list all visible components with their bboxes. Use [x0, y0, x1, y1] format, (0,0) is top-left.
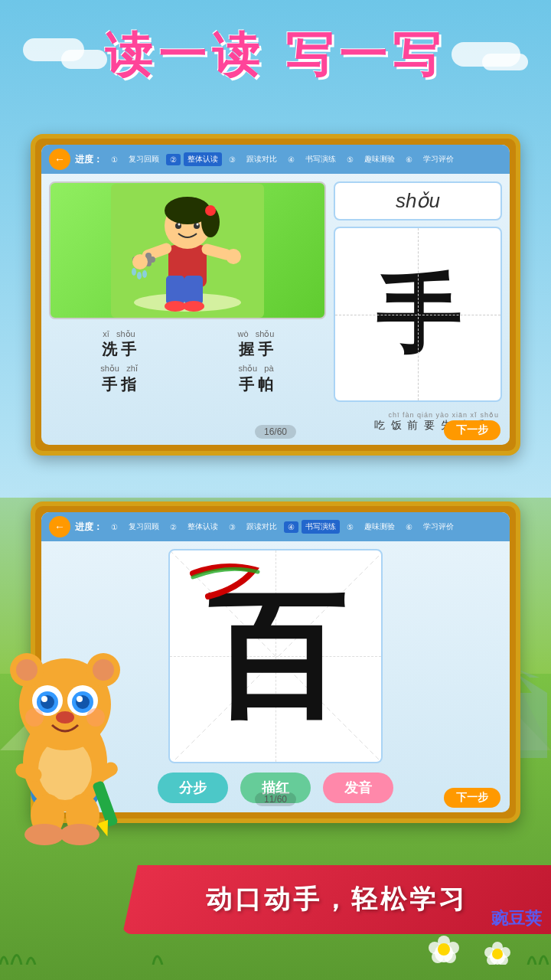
progress-bar-1: ← 进度： ① 复习回顾 ② 整体认读 ③ 跟读对比 ④ 书写演练 ⑤ 趣味测验…	[41, 145, 510, 174]
step-2-3[interactable]: ③	[225, 521, 240, 533]
character-box-1: 手	[334, 227, 502, 402]
step-label-1-5: 趣味测验	[360, 152, 399, 166]
bear-mascot	[0, 632, 153, 846]
steps-button[interactable]: 分步	[158, 773, 228, 803]
step-label-2-2: 整体认读	[184, 520, 222, 534]
step-label-1-1: 复习回顾	[125, 152, 163, 166]
banner-text: 动口动手，轻松学习	[206, 882, 468, 917]
character-image-1	[49, 181, 326, 319]
back-button-1[interactable]: ←	[49, 149, 70, 170]
step-1-6[interactable]: ⑥	[402, 154, 416, 165]
svg-point-38	[93, 659, 114, 681]
word-1: xī shǒu 洗 手	[52, 328, 186, 360]
word-1-text: 洗 手	[52, 339, 186, 360]
svg-point-25	[137, 272, 142, 279]
card-panel-1: ← 进度： ① 复习回顾 ② 整体认读 ③ 跟读对比 ④ 书写演练 ⑤ 趣味测验…	[31, 134, 520, 456]
watermark-text: 豌豆荚	[491, 909, 542, 928]
step-2-5[interactable]: ⑤	[343, 521, 357, 533]
left-section-1: xī shǒu 洗 手 wò shǒu 握 手 shǒu zhǐ 手 指 shǒ…	[49, 181, 326, 436]
svg-point-24	[132, 268, 136, 276]
svg-point-28	[226, 249, 241, 264]
progress-steps-2: ① 复习回顾 ② 整体认读 ③ 跟读对比 ④ 书写演练 ⑤ 趣味测验 ⑥ 学习评…	[107, 520, 458, 534]
svg-point-47	[56, 711, 74, 724]
character-write-box[interactable]: 百	[168, 549, 383, 763]
step-2-4[interactable]: ④	[284, 521, 298, 533]
step-1-5[interactable]: ⑤	[343, 154, 357, 165]
right-section-1: shǒu 手 chī fàn qián yào xiān xǐ shǒu 吃 饭…	[334, 181, 502, 436]
step-1-4[interactable]: ④	[284, 154, 298, 165]
step-label-1-6: 学习评价	[419, 152, 458, 166]
svg-point-56	[24, 824, 64, 845]
card-1-content: xī shǒu 洗 手 wò shǒu 握 手 shǒu zhǐ 手 指 shǒ…	[41, 174, 510, 443]
page-title: 读一读 写一写	[0, 23, 551, 87]
bear-svg	[0, 632, 153, 846]
step-1-3[interactable]: ③	[225, 154, 240, 165]
back-button-2[interactable]: ←	[49, 516, 70, 537]
red-stroke-overlay	[178, 558, 269, 619]
step-1-2[interactable]: ②	[166, 154, 181, 165]
svg-point-10	[165, 301, 186, 312]
sound-button[interactable]: 发音	[323, 773, 393, 803]
step-1-1[interactable]: ①	[107, 154, 122, 165]
pinyin-display: shǒu	[334, 181, 502, 220]
svg-rect-9	[184, 276, 203, 305]
step-2-6[interactable]: ⑥	[402, 521, 416, 533]
word-3: shǒu zhǐ 手 指	[52, 363, 186, 394]
word-4: shǒu pà 手 帕	[189, 363, 323, 394]
step-label-2-6: 学习评价	[419, 520, 458, 534]
word-4-pinyin: shǒu pà	[189, 363, 323, 374]
girl-illustration	[111, 184, 264, 318]
word-1-pinyin: xī shǒu	[52, 328, 186, 339]
progress-steps-1: ① 复习回顾 ② 整体认读 ③ 跟读对比 ④ 书写演练 ⑤ 趣味测验 ⑥ 学习评…	[107, 152, 458, 166]
step-label-1-3: 跟读对比	[243, 152, 281, 166]
step-label-2-3: 跟读对比	[243, 520, 281, 534]
step-2-2[interactable]: ②	[166, 521, 181, 533]
svg-point-71	[492, 949, 503, 959]
progress-bar-2: ← 进度： ① 复习回顾 ② 整体认读 ③ 跟读对比 ④ 书写演练 ⑤ 趣味测验…	[41, 512, 510, 541]
svg-point-27	[132, 254, 148, 270]
svg-point-19	[197, 223, 199, 225]
word-2: wò shǒu 握 手	[189, 328, 323, 360]
step-label-1-4: 书写演练	[302, 152, 340, 166]
word-2-text: 握 手	[189, 339, 323, 360]
svg-point-45	[41, 696, 47, 702]
word-4-text: 手 帕	[189, 374, 323, 395]
card-1-inner: ← 进度： ① 复习回顾 ② 整体认读 ③ 跟读对比 ④ 书写演练 ⑤ 趣味测验…	[41, 145, 510, 445]
svg-point-64	[438, 943, 450, 956]
next-button-2[interactable]: 下一步	[444, 788, 500, 808]
svg-point-11	[183, 301, 204, 312]
svg-point-36	[16, 659, 37, 681]
svg-point-49	[86, 708, 105, 727]
svg-point-46	[77, 696, 83, 702]
progress-label-2: 进度：	[75, 521, 103, 534]
svg-point-57	[60, 824, 99, 845]
step-label-2-5: 趣味测验	[360, 520, 399, 534]
svg-point-18	[178, 223, 181, 225]
progress-label-1: 进度：	[75, 153, 103, 166]
svg-marker-79	[519, 670, 540, 678]
next-button-1[interactable]: 下一步	[444, 420, 500, 440]
page-counter-2: 11/60	[255, 792, 296, 806]
step-label-2-4: 书写演练	[302, 520, 340, 534]
svg-point-26	[142, 270, 147, 278]
svg-rect-8	[166, 276, 184, 305]
step-label-2-1: 复习回顾	[125, 520, 163, 534]
bottom-banner: 动口动手，轻松学习	[122, 865, 551, 934]
words-grid: xī shǒu 洗 手 wò shǒu 握 手 shǒu zhǐ 手 指 shǒ…	[49, 325, 326, 398]
step-label-1-2: 整体认读	[184, 152, 222, 166]
svg-point-15	[205, 205, 216, 216]
svg-point-48	[25, 708, 44, 727]
step-2-1[interactable]: ①	[107, 521, 122, 533]
word-3-text: 手 指	[52, 374, 186, 395]
page-counter-1: 16/60	[255, 425, 296, 439]
watermark: 豌豆荚	[491, 907, 542, 930]
sentence-pinyin: chī fàn qián yào xiān xǐ shǒu	[337, 411, 499, 419]
word-2-pinyin: wò shǒu	[189, 328, 323, 339]
grid-v	[418, 228, 419, 400]
word-3-pinyin: shǒu zhǐ	[52, 363, 186, 374]
